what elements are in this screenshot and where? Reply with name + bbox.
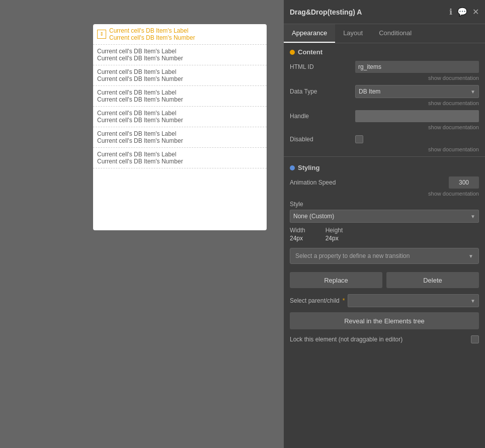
styling-section-header: Styling [284,159,485,174]
lock-label: Lock this element (not draggable in edit… [290,336,402,343]
row-label: Current cell's DB Item's Label [97,48,263,55]
canvas-card: ⇕ Current cell's DB Item's Label Current… [93,24,267,230]
animation-speed-input[interactable] [449,176,479,189]
data-type-label: Data Type [290,88,355,95]
header-text: Current cell's DB Item's Label Current c… [109,27,195,41]
replace-button[interactable]: Replace [290,272,382,288]
animation-speed-label: Animation Speed [290,179,355,186]
list-item: Current cell's DB Item's Label Current c… [93,148,267,168]
data-type-field: Data Type DB Item ▼ [284,83,485,100]
row-number: Current cell's DB Item's Number [97,158,263,165]
style-dropdown[interactable]: None (Custom) ▼ [290,210,479,223]
html-id-input[interactable] [355,61,479,73]
transition-dropdown-arrow: ▼ [468,253,473,259]
transition-placeholder: Select a property to define a new transi… [295,252,410,259]
drag-handle-icon[interactable]: ⇕ [97,30,106,39]
data-type-dropdown-arrow: ▼ [470,89,475,95]
disabled-label: Disabled [290,136,355,143]
select-parent-arrow: ▼ [470,298,475,304]
panel-content: Content HTML ID show documentation Data … [284,43,485,448]
row-label: Current cell's DB Item's Label [97,89,263,96]
animation-show-doc[interactable]: show documentation [284,191,485,199]
list-item: Current cell's DB Item's Label Current c… [93,107,267,127]
row-label: Current cell's DB Item's Label [97,151,263,158]
required-star: * [343,297,345,304]
tab-conditional[interactable]: Conditional [371,24,420,43]
tabs-bar: Appearance Layout Conditional [284,24,485,43]
html-id-show-doc[interactable]: show documentation [284,75,485,83]
width-value: 24px [290,235,305,242]
width-label: Width [290,227,305,234]
style-section: Style None (Custom) ▼ [284,199,485,225]
row-label: Current cell's DB Item's Label [97,110,263,117]
list-item: Current cell's DB Item's Label Current c… [93,127,267,148]
wh-row: Width 24px Height 24px [284,225,485,244]
animation-speed-field: Animation Speed [284,174,485,191]
row-label: Current cell's DB Item's Label [97,68,263,75]
row-number: Current cell's DB Item's Number [97,75,263,82]
header-number: Current cell's DB Item's Number [109,34,195,41]
info-icon[interactable]: ℹ [449,7,452,17]
select-parent-label: Select parent/child [290,297,340,304]
lock-row: Lock this element (not draggable in edit… [284,332,485,346]
divider-1 [284,156,485,157]
style-label: Style [290,201,479,208]
list-item: Current cell's DB Item's Label Current c… [93,45,267,65]
list-item: Current cell's DB Item's Label Current c… [93,86,267,107]
handle-label: Handle [290,113,355,120]
delete-button[interactable]: Delete [386,272,479,288]
comment-icon[interactable]: 💬 [457,7,467,17]
row-number: Current cell's DB Item's Number [97,117,263,124]
select-parent-dropdown[interactable]: ▼ [348,294,479,307]
lock-checkbox[interactable] [471,335,479,343]
list-item: Current cell's DB Item's Label Current c… [93,65,267,86]
card-header-row: ⇕ Current cell's DB Item's Label Current… [93,24,267,45]
data-type-dropdown[interactable]: DB Item ▼ [355,85,479,98]
disabled-field: Disabled [284,132,485,146]
content-section-header: Content [284,43,485,59]
styling-section-label: Styling [298,164,319,171]
tab-layout[interactable]: Layout [335,24,371,43]
height-item: Height 24px [326,227,343,242]
height-label: Height [326,227,343,234]
tab-appearance[interactable]: Appearance [284,24,335,43]
row-label: Current cell's DB Item's Label [97,130,263,137]
panel-title: Drag&Drop(testing) A [290,8,449,16]
close-icon[interactable]: ✕ [472,7,479,17]
handle-input[interactable] [355,110,479,122]
width-item: Width 24px [290,227,305,242]
row-number: Current cell's DB Item's Number [97,137,263,144]
height-value: 24px [326,235,343,242]
handle-field: Handle [284,108,485,124]
row-number: Current cell's DB Item's Number [97,96,263,103]
content-section-label: Content [298,48,322,56]
row-number: Current cell's DB Item's Number [97,55,263,62]
data-type-show-doc[interactable]: show documentation [284,100,485,108]
disabled-show-doc[interactable]: show documentation [284,146,485,154]
handle-show-doc[interactable]: show documentation [284,124,485,132]
select-parent-row: Select parent/child * ▼ [284,292,485,309]
action-buttons-row: Replace Delete [284,268,485,292]
header-label: Current cell's DB Item's Label [109,27,195,34]
style-value: None (Custom) [293,213,334,220]
panel-header: Drag&Drop(testing) A ℹ 💬 ✕ [284,0,485,24]
html-id-label: HTML ID [290,63,355,70]
panel-header-icons: ℹ 💬 ✕ [449,7,479,17]
transition-dropdown[interactable]: Select a property to define a new transi… [290,248,479,264]
style-dropdown-arrow: ▼ [470,214,475,219]
right-panel: Drag&Drop(testing) A ℹ 💬 ✕ Appearance La… [284,0,485,448]
canvas-area: ⇕ Current cell's DB Item's Label Current… [0,0,284,448]
styling-dot [290,165,295,170]
disabled-checkbox[interactable] [355,135,363,143]
content-dot [290,50,295,55]
html-id-field: HTML ID [284,59,485,75]
data-type-value: DB Item [359,88,380,95]
reveal-button[interactable]: Reveal in the Elements tree [290,312,479,329]
